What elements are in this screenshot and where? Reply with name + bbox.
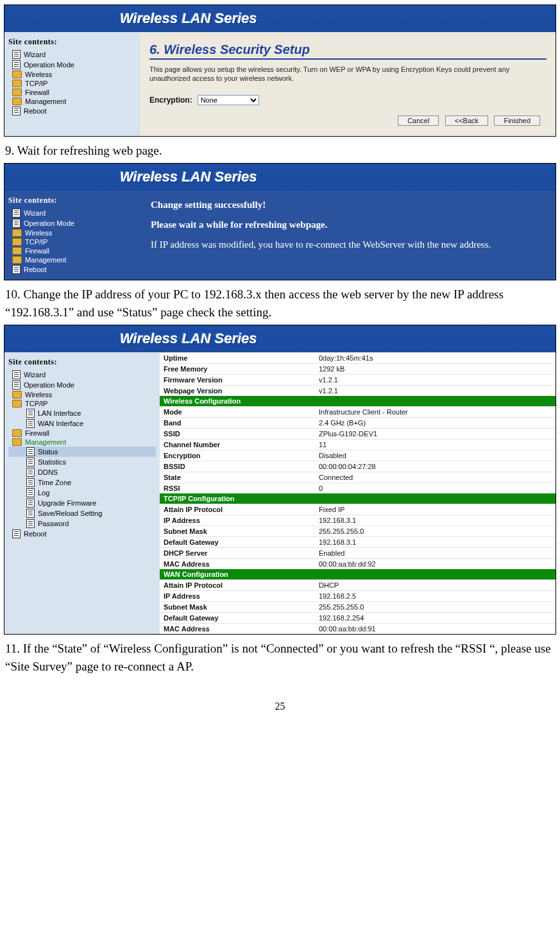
- sidebar-item-label: TCP/IP: [25, 80, 47, 87]
- sidebar-item-reboot[interactable]: Reboot: [8, 264, 137, 275]
- folder-icon: [12, 89, 22, 96]
- status-key: SSID: [160, 429, 315, 439]
- status-row: Attain IP ProtocolDHCP: [160, 579, 556, 590]
- sidebar-item-upgrade-firmware[interactable]: Upgrade Firmware: [8, 498, 156, 508]
- folder-icon: [12, 98, 22, 105]
- sidebar-item-operation-mode[interactable]: Operation Mode: [8, 60, 137, 70]
- status-value: v1.2.1: [315, 386, 556, 396]
- sidebar-item-label: Wireless: [25, 391, 52, 398]
- encryption-select[interactable]: None: [198, 95, 259, 105]
- sidebar-item-log[interactable]: Log: [8, 488, 156, 498]
- sidebar-title: Site contents:: [8, 37, 137, 47]
- sidebar-item-status[interactable]: Status: [8, 447, 156, 457]
- sidebar-item-time-zone[interactable]: Time Zone: [8, 477, 156, 488]
- status-row: Channel Number11: [160, 439, 556, 450]
- sidebar-item-label: TCP/IP: [25, 238, 47, 246]
- status-value: 1292 kB: [315, 364, 556, 374]
- finished-button[interactable]: Finished: [494, 115, 540, 126]
- sidebar-item-ddns[interactable]: DDNS: [8, 467, 156, 477]
- document-icon: [26, 447, 35, 456]
- status-row: RSSI0: [160, 483, 556, 493]
- sidebar-item-tcp-ip[interactable]: TCP/IP: [8, 399, 156, 408]
- status-key: MAC Address: [160, 624, 315, 634]
- status-value: 192.168.3.1: [315, 515, 556, 526]
- sidebar-item-management[interactable]: Management: [8, 255, 137, 264]
- status-row: BSSID00:00:00:04:27:28: [160, 461, 556, 472]
- document-icon: [26, 468, 35, 477]
- sidebar-item-label: Operation Mode: [24, 219, 74, 227]
- sidebar-item-wizard[interactable]: Wizard: [8, 370, 156, 380]
- sidebar-item-management[interactable]: Management: [8, 438, 156, 447]
- folder-icon: [12, 438, 22, 446]
- folder-icon: [12, 429, 22, 437]
- sidebar-item-wireless[interactable]: Wireless: [8, 390, 156, 399]
- sidebar-item-wan-interface[interactable]: WAN Interface: [8, 418, 156, 429]
- sidebar-item-lan-interface[interactable]: LAN Interface: [8, 408, 156, 418]
- status-key: DHCP Server: [160, 548, 315, 558]
- status-value: ZPlus-G192-DEV1: [315, 429, 556, 439]
- sidebar: Site contents: WizardOperation ModeWirel…: [4, 191, 140, 280]
- sidebar-item-label: Log: [38, 489, 49, 497]
- sidebar-item-label: Wizard: [24, 371, 46, 379]
- status-value: 255.255.255.0: [315, 602, 556, 612]
- sidebar-title: Site contents:: [8, 357, 156, 367]
- sidebar-item-save-reload-setting[interactable]: Save/Reload Setting: [8, 508, 156, 518]
- section-description: This page allows you setup the wireless …: [149, 65, 547, 83]
- status-key: Encryption: [160, 450, 315, 461]
- document-icon: [26, 488, 35, 497]
- encryption-label: Encryption:: [149, 96, 192, 105]
- section-wireless: Wireless Configuration: [160, 396, 556, 406]
- sidebar-item-firewall[interactable]: Firewall: [8, 88, 137, 97]
- sidebar-item-label: Firewall: [25, 247, 49, 255]
- sidebar-item-firewall[interactable]: Firewall: [8, 246, 137, 255]
- sidebar-item-label: Wizard: [24, 209, 46, 217]
- sidebar-item-label: Reboot: [24, 107, 46, 115]
- status-key: Channel Number: [160, 440, 315, 450]
- sidebar-item-wireless[interactable]: Wireless: [8, 70, 137, 79]
- status-key: Mode: [160, 407, 315, 417]
- figure-refresh: Wireless LAN Series Site contents: Wizar…: [4, 163, 556, 280]
- step-9: 9. Wait for refreshing web page.: [5, 142, 555, 160]
- status-value: Fixed IP: [315, 504, 556, 515]
- status-key: Attain IP Protocol: [160, 504, 315, 515]
- sidebar-item-wireless[interactable]: Wireless: [8, 228, 137, 237]
- sidebar-item-wizard[interactable]: Wizard: [8, 208, 137, 218]
- sidebar-item-label: Operation Mode: [24, 381, 74, 389]
- status-key: Subnet Mask: [160, 526, 315, 536]
- status-value: 192.168.2.5: [315, 591, 556, 601]
- sidebar-item-label: Time Zone: [38, 479, 71, 486]
- status-value: Connected: [315, 472, 556, 483]
- status-row: Subnet Mask255.255.255.0: [160, 526, 556, 536]
- sidebar-item-operation-mode[interactable]: Operation Mode: [8, 380, 156, 390]
- status-value: Infrastructure Client - Router: [315, 407, 556, 417]
- sidebar-item-management[interactable]: Management: [8, 97, 137, 106]
- sidebar-item-wizard[interactable]: Wizard: [8, 49, 137, 60]
- sidebar-item-operation-mode[interactable]: Operation Mode: [8, 218, 137, 228]
- sidebar-item-firewall[interactable]: Firewall: [8, 429, 156, 438]
- message-panel: Change setting successfully! Please wait…: [140, 191, 556, 280]
- sidebar-item-label: Upgrade Firmware: [38, 499, 96, 507]
- status-row: MAC Address00:00:aa:bb:dd:92: [160, 558, 556, 569]
- sidebar: Site contents: WizardOperation ModeWirel…: [4, 32, 140, 136]
- document-icon: [26, 409, 35, 418]
- document-icon: [26, 509, 35, 518]
- sidebar-item-tcp-ip[interactable]: TCP/IP: [8, 237, 137, 246]
- document-icon: [26, 457, 35, 466]
- status-key: Subnet Mask: [160, 602, 315, 612]
- status-value: 255.255.255.0: [315, 526, 556, 536]
- sidebar-item-reboot[interactable]: Reboot: [8, 529, 156, 539]
- sidebar-item-password[interactable]: Password: [8, 518, 156, 529]
- banner-title: Wireless LAN Series: [4, 5, 556, 32]
- document-icon: [12, 529, 21, 538]
- folder-icon: [12, 71, 22, 78]
- sidebar-item-statistics[interactable]: Statistics: [8, 457, 156, 467]
- document-icon: [12, 60, 21, 69]
- sidebar-item-reboot[interactable]: Reboot: [8, 106, 137, 116]
- cancel-button[interactable]: Cancel: [398, 115, 439, 126]
- sidebar-item-tcp-ip[interactable]: TCP/IP: [8, 79, 137, 88]
- status-row: Uptime0day:1h:45m:41s: [160, 352, 556, 363]
- status-row: Webpage Versionv1.2.1: [160, 385, 556, 396]
- sidebar-item-label: Management: [25, 438, 66, 446]
- sidebar-item-label: Wireless: [25, 71, 52, 78]
- back-button[interactable]: <<Back: [445, 115, 488, 126]
